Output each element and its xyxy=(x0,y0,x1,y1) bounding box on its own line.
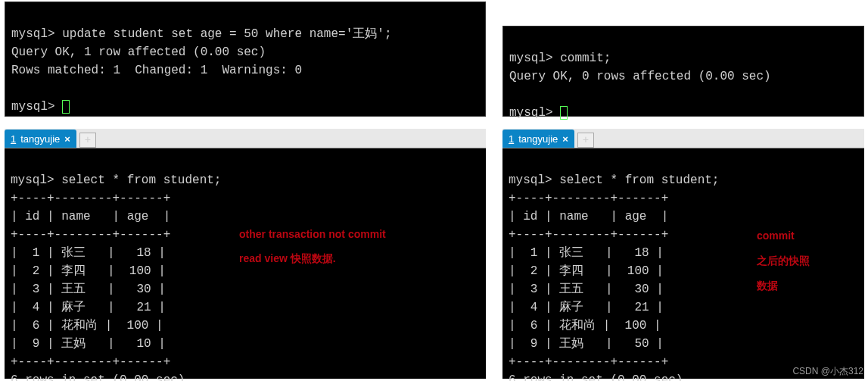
annotation-right-3: 数据 xyxy=(757,276,778,295)
terminal-output: mysql> update student set age = 50 where… xyxy=(5,2,485,139)
annotation-left-1: other transaction not commit xyxy=(239,228,386,240)
table-row: | 1 | 张三 | 18 | xyxy=(11,246,166,260)
tab-num: 1 xyxy=(11,133,16,145)
table-row: | 1 | 张三 | 18 | xyxy=(509,246,664,260)
tab-close-icon[interactable]: × xyxy=(64,133,70,145)
rows-matched-line: Rows matched: 1 Changed: 1 Warnings: 0 xyxy=(11,64,302,77)
rows-in-set: 6 rows in set (0.00 sec) xyxy=(11,373,185,381)
table-row: | 4 | 麻子 | 21 | xyxy=(509,301,664,314)
tab-close-icon[interactable]: × xyxy=(562,133,568,145)
table-sep: +----+--------+------+ xyxy=(509,192,668,205)
table-row: | 3 | 王五 | 30 | xyxy=(11,283,166,296)
watermark: CSDN @小杰312 xyxy=(792,365,863,378)
sql-select-line: mysql> select * from student; xyxy=(509,173,719,187)
table-row: | 6 | 花和尚 | 100 | xyxy=(509,319,661,333)
table-sep: +----+--------+------+ xyxy=(509,355,668,369)
tab-label: tangyujie xyxy=(518,133,558,145)
table-head: | id | name | age | xyxy=(11,210,170,223)
tab-bar: 1 tangyujie × + xyxy=(502,129,864,148)
query-ok-line: Query OK, 0 rows affected (0.00 sec) xyxy=(509,70,771,83)
terminal-right-bottom: 1 tangyujie × + mysql> select * from stu… xyxy=(502,129,864,379)
table-row: | 6 | 花和尚 | 100 | xyxy=(11,319,163,333)
terminal-output: mysql> commit; Query OK, 0 rows affected… xyxy=(503,27,863,145)
table-sep: +----+--------+------+ xyxy=(11,228,170,242)
table-sep: +----+--------+------+ xyxy=(11,192,170,205)
annotation-right-1: commit xyxy=(757,226,795,245)
rows-in-set: 6 rows in set (0.00 sec) xyxy=(509,373,683,381)
mysql-prompt[interactable]: mysql> xyxy=(509,106,560,120)
tab-add-button[interactable]: + xyxy=(79,133,96,148)
tab-num: 1 xyxy=(509,133,514,145)
tab-tangyujie[interactable]: 1 tangyujie × xyxy=(502,130,574,148)
table-sep: +----+--------+------+ xyxy=(509,228,668,242)
sql-commit-line: mysql> commit; xyxy=(509,52,611,65)
query-ok-line: Query OK, 1 row affected (0.00 sec) xyxy=(11,45,266,59)
table-row: | 9 | 王妈 | 50 | xyxy=(509,337,664,351)
sql-select-line: mysql> select * from student; xyxy=(11,173,221,187)
annotation-left-2: read view 快照数据. xyxy=(239,252,336,266)
mysql-prompt[interactable]: mysql> xyxy=(11,100,62,114)
table-row: | 2 | 李四 | 100 | xyxy=(11,264,166,278)
tab-label: tangyujie xyxy=(20,133,60,145)
annotation-right-2: 之后的快照 xyxy=(757,251,810,270)
table-head: | id | name | age | xyxy=(509,210,668,223)
table-row: | 3 | 王五 | 30 | xyxy=(509,283,664,296)
cursor-icon xyxy=(560,106,568,120)
terminal-left-top: mysql> update student set age = 50 where… xyxy=(5,2,486,117)
sql-update-line: mysql> update student set age = 50 where… xyxy=(11,27,391,41)
tab-bar: 1 tangyujie × + xyxy=(5,129,486,148)
table-row: | 4 | 麻子 | 21 | xyxy=(11,301,166,314)
tab-tangyujie[interactable]: 1 tangyujie × xyxy=(5,130,76,148)
tab-add-button[interactable]: + xyxy=(577,133,594,148)
table-row: | 9 | 王妈 | 10 | xyxy=(11,337,166,351)
terminal-right-top: mysql> commit; Query OK, 0 rows affected… xyxy=(502,26,864,117)
table-sep: +----+--------+------+ xyxy=(11,355,170,369)
terminal-output: mysql> select * from student; +----+----… xyxy=(502,148,864,381)
table-row: | 2 | 李四 | 100 | xyxy=(509,264,664,278)
cursor-icon xyxy=(62,100,70,114)
